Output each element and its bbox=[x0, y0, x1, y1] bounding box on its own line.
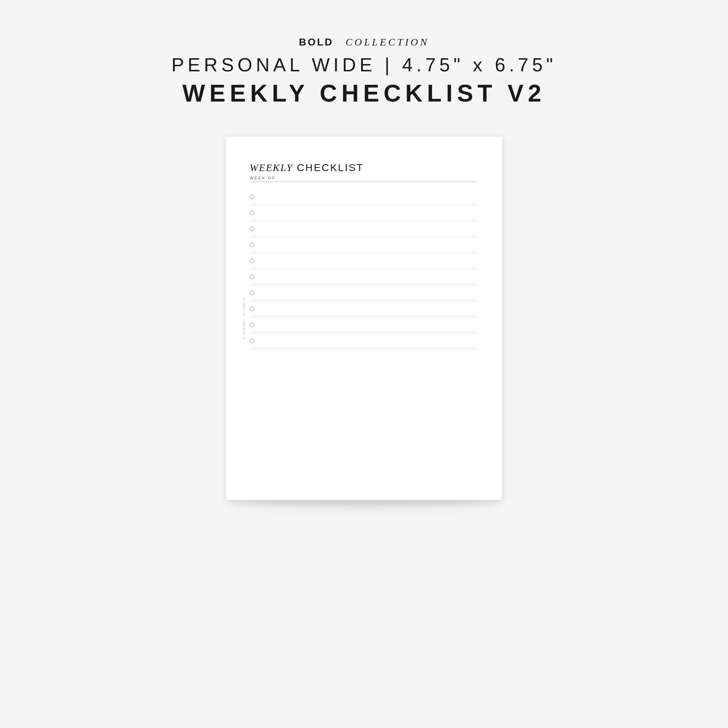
checklist-item bbox=[250, 188, 478, 205]
collection-italic: COLLECTION bbox=[346, 37, 429, 48]
title-normal: CHECKLIST bbox=[293, 162, 364, 173]
checkbox-circle[interactable] bbox=[250, 323, 254, 327]
checklist-item bbox=[250, 269, 478, 284]
checkbox-circle[interactable] bbox=[250, 291, 254, 295]
collection-label: BOLD COLLECTION bbox=[171, 37, 557, 48]
week-of-label: WEEK OF bbox=[250, 176, 276, 180]
checkbox-circle[interactable] bbox=[250, 306, 254, 311]
sidebar-text: © MINIMAL·PLANNER bbox=[242, 297, 246, 339]
page-title-area: WEEKLY CHECKLIST bbox=[250, 162, 478, 174]
checkbox-circle[interactable] bbox=[250, 194, 254, 199]
checklist-item bbox=[250, 301, 478, 317]
week-of-row: WEEK OF bbox=[250, 176, 478, 182]
product-title: WEEKLY CHECKLIST V2 bbox=[171, 80, 557, 107]
page-main-title: WEEKLY CHECKLIST bbox=[250, 162, 478, 174]
page-preview-wrapper: © MINIMAL·PLANNER WEEKLY CHECKLIST WEEK … bbox=[226, 136, 502, 500]
page-preview: © MINIMAL·PLANNER WEEKLY CHECKLIST WEEK … bbox=[226, 136, 502, 500]
checkbox-circle[interactable] bbox=[250, 242, 254, 247]
checklist-item bbox=[250, 237, 478, 252]
checklist-item bbox=[250, 284, 478, 301]
collection-bold: BOLD bbox=[299, 37, 333, 48]
title-italic: WEEKLY bbox=[250, 162, 293, 173]
checkbox-circle[interactable] bbox=[250, 210, 254, 215]
checkbox-circle[interactable] bbox=[250, 226, 254, 231]
checklist-item bbox=[250, 317, 478, 333]
checklist-item bbox=[250, 252, 478, 269]
header-section: BOLD COLLECTION PERSONAL WIDE | 4.75" x … bbox=[171, 37, 557, 107]
checkbox-circle[interactable] bbox=[250, 274, 254, 279]
checkbox-circle[interactable] bbox=[250, 338, 254, 343]
product-size: PERSONAL WIDE | 4.75" x 6.75" bbox=[171, 54, 557, 76]
checklist-item bbox=[250, 220, 478, 237]
checkbox-circle[interactable] bbox=[250, 258, 254, 263]
checklist-item bbox=[250, 333, 478, 349]
checklist-item bbox=[250, 205, 478, 220]
checklist-items bbox=[250, 188, 478, 349]
